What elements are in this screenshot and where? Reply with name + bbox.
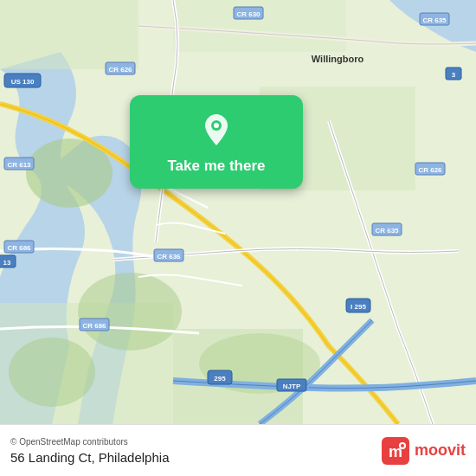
- bottom-left-info: © OpenStreetMap contributors 56 Landing …: [10, 437, 169, 465]
- svg-text:US 130: US 130: [11, 78, 35, 86]
- osm-credit: © OpenStreetMap contributors: [10, 437, 169, 447]
- moovit-icon-svg: m: [382, 437, 409, 465]
- moovit-logo: m moovit: [382, 437, 466, 465]
- svg-text:CR 613: CR 613: [7, 161, 31, 169]
- map-view: US 130 CR 630 CR 635 CR 626 CR 613 CR 68…: [0, 0, 476, 424]
- svg-rect-1: [0, 0, 138, 69]
- svg-text:Willingboro: Willingboro: [312, 54, 364, 64]
- location-pin-icon: [197, 111, 235, 149]
- location-title: 56 Landing Ct, Philadelphia: [10, 450, 169, 465]
- svg-text:CR 635: CR 635: [375, 227, 399, 235]
- svg-text:CR 630: CR 630: [236, 10, 261, 18]
- svg-text:I 295: I 295: [351, 303, 366, 311]
- svg-text:NJTP: NJTP: [283, 383, 301, 390]
- svg-point-7: [78, 273, 182, 351]
- svg-point-46: [401, 444, 404, 447]
- svg-text:13: 13: [3, 259, 11, 267]
- map-svg: US 130 CR 630 CR 635 CR 626 CR 613 CR 68…: [0, 0, 476, 424]
- svg-text:CR 626: CR 626: [108, 66, 132, 74]
- svg-text:CR 635: CR 635: [422, 16, 447, 24]
- svg-text:CR 686: CR 686: [82, 322, 106, 330]
- svg-text:3: 3: [452, 71, 456, 79]
- take-me-there-label: Take me there: [167, 158, 265, 175]
- bottom-bar: © OpenStreetMap contributors 56 Landing …: [0, 424, 476, 476]
- svg-text:CR 626: CR 626: [418, 166, 442, 174]
- svg-text:CR 636: CR 636: [157, 253, 181, 261]
- svg-text:295: 295: [214, 375, 226, 383]
- svg-point-8: [9, 338, 95, 407]
- moovit-text: moovit: [415, 441, 466, 460]
- take-me-there-button[interactable]: Take me there: [130, 95, 303, 189]
- svg-point-42: [214, 123, 219, 128]
- svg-text:CR 686: CR 686: [7, 244, 31, 252]
